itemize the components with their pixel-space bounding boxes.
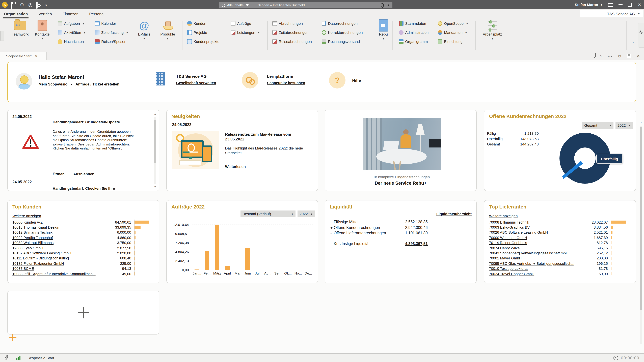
abrechnungen-button[interactable]: Abrechnungen	[272, 20, 312, 27]
korrekturrechnungen-button[interactable]: Korrekturrechnungen	[322, 29, 363, 36]
tab-finanzen[interactable]: Finanzen	[62, 10, 79, 18]
avatar[interactable]	[16, 73, 32, 89]
dock-window-icon[interactable]	[608, 3, 613, 7]
news-headline[interactable]: Releasenotes zum Mai-Release vom 23.05.2…	[225, 132, 309, 141]
help-circle-icon[interactable]: ?	[329, 72, 346, 88]
show-more-suppliers-link[interactable]: Weitere anzeigen	[489, 214, 518, 218]
scroll-down-icon[interactable]: ▼	[153, 186, 157, 188]
ticket-link[interactable]: Anfrage / Ticket erstellen	[76, 82, 119, 86]
show-more-customers-link[interactable]: Weitere anzeigen	[12, 214, 41, 218]
invoices-year-select[interactable]: 2022▼	[616, 122, 633, 129]
microphone-icon[interactable]	[381, 3, 384, 7]
nachrichten-button[interactable]: Nachrichten	[58, 38, 86, 45]
timer-stopwatch-icon[interactable]	[614, 356, 618, 360]
search-scope-label[interactable]: Alle Inhalte	[227, 3, 244, 7]
orders-type-select[interactable]: Bestand (Verlauf)▼	[240, 211, 296, 217]
filter-icon[interactable]	[246, 4, 249, 6]
administration-button[interactable]: Administration	[399, 29, 428, 36]
minimize-button[interactable]	[618, 4, 622, 5]
company-selector[interactable]: T&S Service AG ▼	[580, 10, 643, 17]
kunden-button[interactable]: Kunden	[187, 20, 219, 27]
tab-personal[interactable]: Personal	[88, 10, 105, 18]
dauerrechnungen-button[interactable]: Dauerrechnungen	[322, 20, 363, 27]
openscope-button[interactable]: OpenScope▼	[438, 20, 468, 27]
tab-vertrieb[interactable]: Vertrieb	[38, 10, 52, 18]
welcome-banner: Hallo Stefan Maron! Mein Scopevisio • An…	[8, 62, 636, 102]
screenshot-camera-icon[interactable]	[36, 2, 41, 7]
duplicate-tab-icon[interactable]	[591, 54, 595, 58]
invoices-scope-select[interactable]: Gesamt▼	[582, 122, 614, 129]
arbeitsplatz-button[interactable]: Arbeitsplatz ▼	[482, 19, 503, 40]
stammdaten-button[interactable]: Stammdaten	[399, 20, 428, 27]
restore-button[interactable]	[628, 3, 632, 6]
main-scroll-thumb[interactable]	[640, 127, 642, 310]
tab-scopevisio-start[interactable]: Scopevisio Start ✕	[0, 52, 46, 60]
einrichtung-button[interactable]: Einrichtung	[438, 38, 468, 45]
scroll-thumb[interactable]	[154, 120, 156, 163]
orders-year-select[interactable]: 2022▼	[298, 211, 314, 217]
support-ring-icon[interactable]: ◎	[28, 2, 33, 7]
open-action[interactable]: Öffnen	[53, 172, 64, 176]
auftraege-button[interactable]: Aufträge	[231, 20, 260, 27]
tab-organisation[interactable]: Organisation	[3, 10, 28, 18]
add-panel-button[interactable]	[9, 334, 16, 341]
add-widget-plus-icon[interactable]	[78, 307, 89, 318]
search-caret-icon[interactable]: ▼	[387, 4, 390, 7]
leistungen-button[interactable]: Leistungen▼	[231, 29, 260, 36]
add-widget-panel[interactable]	[8, 291, 159, 335]
panel-scrollbar[interactable]: ▲ ▼	[153, 113, 157, 188]
produkte-button[interactable]: Produkte ▼	[157, 19, 178, 40]
teamwork-button[interactable]: Teamwork	[10, 19, 31, 36]
pulse-icon	[638, 30, 643, 34]
quickaccess-caret-icon[interactable]: ▼	[44, 2, 48, 7]
add-icon[interactable]: ⊕	[20, 2, 24, 7]
read-more-link[interactable]: Weiterlesen	[225, 165, 246, 169]
search-input[interactable]: Scopen – Intelligentes Suchfeld	[258, 3, 305, 7]
tab-close-icon[interactable]: ✕	[35, 54, 38, 58]
bar-juni	[245, 248, 250, 270]
aufgaben-button[interactable]: Aufgaben▼	[58, 20, 86, 27]
organigramm-button[interactable]: Organigramm	[399, 38, 428, 45]
notifications-panel: 24.05.2022 Handlungsbedarf: Grunddaten-U…	[8, 110, 159, 191]
emails-button[interactable]: @ E-Mails ▼	[134, 19, 155, 40]
liquidity-overview-link[interactable]: Liquiditätsübersicht	[436, 212, 472, 216]
kalender-button[interactable]: Kalender	[95, 20, 128, 27]
zeiterfassung-button[interactable]: Zeiterfassung▼	[95, 29, 128, 36]
mein-scopevisio-link[interactable]: Mein Scopevisio	[38, 82, 68, 86]
ribbon-side-panel-button[interactable]	[0, 31, 4, 41]
side-activity-panel[interactable]	[638, 23, 644, 48]
manage-company-link[interactable]: Gesellschaft verwalten	[176, 81, 216, 85]
main-scrollbar[interactable]: ▲	[639, 121, 643, 344]
kundenprojekte-button[interactable]: Kundenprojekte	[187, 38, 219, 45]
close-window-button[interactable]: ✕	[638, 2, 641, 7]
reisen-button[interactable]: Reisen/Spesen	[95, 38, 128, 45]
global-search[interactable]: Alle Inhalte Scopen – Intelligentes Such…	[219, 2, 392, 8]
ribbon-collapse-icon[interactable]: ⌄	[632, 39, 634, 43]
rebu-button[interactable]: Rebu ▼	[373, 19, 394, 40]
timer-value: 00:00:00	[621, 356, 639, 360]
refresh-icon[interactable]: ↻	[618, 53, 622, 58]
user-menu[interactable]: Stefan Maron	[575, 3, 598, 7]
shop-icon[interactable]	[11, 2, 16, 7]
promo-title[interactable]: Der neue Service Rebu+	[325, 181, 476, 186]
mandanten-button[interactable]: Mandanten▼	[438, 29, 468, 36]
reiseabrechnungen-button[interactable]: Reiseabrechnungen	[272, 38, 312, 45]
aktivitaeten-button[interactable]: Aktivitäten▼	[58, 29, 86, 36]
more-options-icon[interactable]: •••	[608, 54, 612, 58]
scroll-up-icon[interactable]: ▲	[153, 113, 157, 115]
kontakte-button[interactable]: Kontakte ▼	[32, 19, 53, 40]
zeitabrechnungen-button[interactable]: Zeitabrechnungen	[272, 29, 312, 36]
user-caret-icon[interactable]: ▼	[600, 3, 603, 6]
scopeunity-link[interactable]: Scopeunity besuchen	[267, 81, 305, 85]
customer-row: 10132 Fieler Textagentur GmbH225,00	[12, 261, 155, 266]
save-icon[interactable]	[627, 54, 631, 58]
hide-action[interactable]: Ausblenden	[73, 172, 94, 176]
quick-action-icon[interactable]	[4, 355, 10, 360]
rechnungsversand-button[interactable]: Rechnungsversand	[322, 38, 363, 45]
projekte-button[interactable]: Projekte	[187, 29, 219, 36]
performance-bars-icon[interactable]	[16, 356, 20, 360]
close-tab-icon[interactable]: ✕	[636, 54, 640, 58]
scopevisio-logo-icon[interactable]: S	[2, 2, 8, 7]
main-scroll-up-icon[interactable]: ▲	[639, 121, 643, 124]
help-icon[interactable]: ?	[600, 54, 602, 58]
